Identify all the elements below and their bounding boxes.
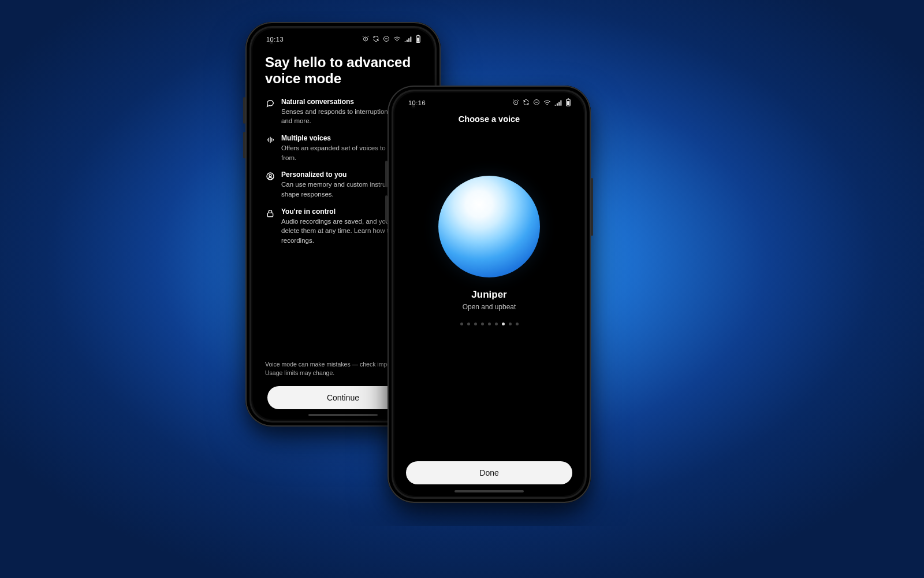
svg-point-6 bbox=[269, 175, 271, 177]
battery-icon bbox=[415, 35, 421, 44]
pager-dot[interactable] bbox=[509, 323, 512, 325]
status-bar: 10:16 bbox=[394, 92, 584, 111]
pager-dot[interactable] bbox=[467, 323, 470, 325]
status-time: 10:13 bbox=[266, 36, 284, 43]
pager-dot[interactable] bbox=[502, 323, 505, 325]
lock-icon bbox=[265, 208, 275, 246]
alarm-icon bbox=[362, 35, 369, 43]
phone-voice-chooser: 10:16 Choose a voice bbox=[388, 86, 591, 503]
svg-rect-7 bbox=[267, 213, 273, 217]
pager-dot[interactable] bbox=[481, 323, 484, 325]
soundwave-icon bbox=[265, 134, 275, 162]
person-icon bbox=[265, 171, 275, 199]
wifi-icon bbox=[393, 36, 401, 43]
status-indicators bbox=[362, 35, 421, 44]
pager-dot[interactable] bbox=[460, 323, 463, 325]
pager-dot[interactable] bbox=[516, 323, 519, 325]
voice-description: Open and upbeat bbox=[463, 303, 516, 311]
chat-bubble-icon bbox=[265, 98, 275, 126]
chooser-heading: Choose a voice bbox=[459, 114, 520, 124]
alarm-icon bbox=[512, 99, 519, 107]
pager-dot[interactable] bbox=[495, 323, 498, 325]
svg-rect-12 bbox=[567, 101, 569, 105]
done-button[interactable]: Done bbox=[406, 461, 572, 484]
svg-rect-11 bbox=[568, 98, 569, 99]
voice-name: Juniper bbox=[471, 289, 506, 301]
status-bar: 10:13 bbox=[252, 29, 434, 47]
sync-icon bbox=[372, 35, 379, 43]
svg-rect-3 bbox=[418, 35, 419, 36]
pager-dot[interactable] bbox=[474, 323, 477, 325]
signal-icon bbox=[404, 36, 412, 43]
pager-dots[interactable] bbox=[460, 323, 519, 325]
sync-icon bbox=[523, 99, 530, 107]
battery-icon bbox=[565, 98, 571, 108]
gesture-handle[interactable] bbox=[308, 414, 378, 416]
wifi-icon bbox=[543, 99, 551, 107]
do-not-disturb-icon bbox=[383, 35, 390, 43]
intro-title: Say hello to advanced voice mode bbox=[265, 54, 421, 87]
signal-icon bbox=[554, 99, 562, 107]
status-indicators bbox=[512, 98, 571, 108]
do-not-disturb-icon bbox=[533, 99, 540, 107]
svg-rect-4 bbox=[417, 38, 419, 42]
pager-dot[interactable] bbox=[488, 323, 491, 325]
voice-orb[interactable] bbox=[438, 176, 540, 277]
gesture-handle[interactable] bbox=[454, 490, 524, 492]
status-time: 10:16 bbox=[408, 99, 426, 106]
